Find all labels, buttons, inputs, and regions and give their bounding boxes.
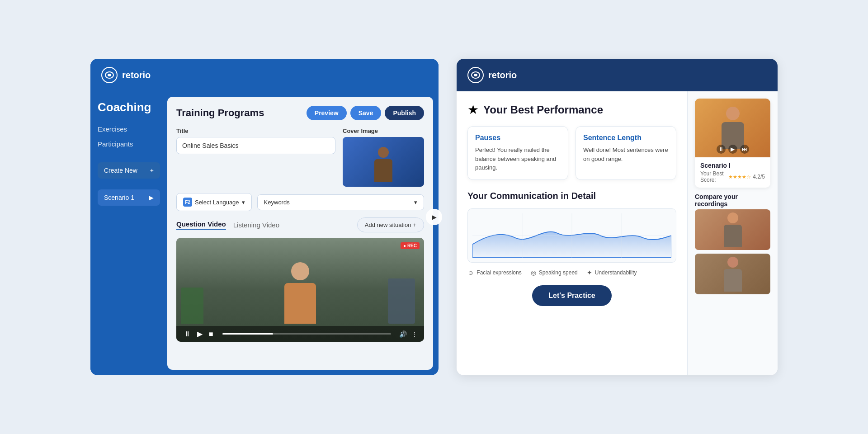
sentence-title: Sentence Length [583, 134, 669, 142]
add-situation-plus-icon: + [413, 222, 416, 228]
legend-facial-expressions: ☺ Facial expressions [467, 269, 522, 276]
video-person-figure [284, 262, 316, 324]
wave-chart-svg [472, 213, 671, 258]
keywords-button[interactable]: Keywords ▾ [257, 194, 424, 210]
right-panel: retorio ★ Your Best Performance Pauses P… [457, 59, 778, 375]
scenario-1-arrow-icon: ▶ [149, 194, 154, 201]
sentence-desc: Well done! Most sentences were on good r… [583, 146, 669, 163]
compare-recordings-section: Compare your recordings ▶ ▶ [695, 193, 770, 298]
keywords-chevron-icon: ▾ [414, 199, 417, 206]
training-header: Training Programs Preview Save Publish [176, 106, 424, 120]
cover-image-area: Cover Image [343, 127, 424, 187]
play-button[interactable]: ▶ [196, 330, 203, 338]
sidebar-coaching-title: Coaching [98, 100, 160, 114]
add-situation-button[interactable]: Add new situation + [357, 217, 424, 232]
recording-thumb-1[interactable]: ▶ [695, 209, 770, 250]
save-button[interactable]: Save [350, 106, 382, 120]
communication-chart [467, 208, 676, 263]
score-value: 4.2/5 [753, 174, 765, 180]
svg-point-3 [474, 74, 477, 76]
translate-icon: F2 [183, 198, 192, 207]
scenario-card: ⏸ ▶ ⏭ Scenario I Your Best Score: ★★★★☆ … [695, 99, 770, 188]
logo-icon [101, 67, 118, 83]
best-performance-title: Your Best Performance [483, 104, 603, 116]
video-controls-bar: ⏸ ▶ ■ 🔊 ⋮ [176, 326, 424, 342]
video-progress-fill [222, 333, 273, 335]
main-content-area: Training Programs Preview Save Publish T… [167, 97, 433, 370]
best-performance-header: ★ Your Best Performance [467, 102, 676, 117]
title-label: Title [176, 127, 335, 134]
video-progress-bar[interactable] [222, 333, 391, 335]
keywords-label: Keywords [264, 199, 290, 206]
rec-badge: ● REC [401, 242, 420, 249]
create-new-plus-icon: + [150, 167, 154, 174]
scenario-1-label: Scenario 1 [104, 194, 134, 201]
sentence-metric-card: Sentence Length Well done! Most sentence… [576, 126, 676, 180]
logo-text: retorio [122, 70, 151, 80]
practice-button[interactable]: Let's Practice [532, 285, 611, 306]
sidebar-item-exercises[interactable]: Exercises [98, 125, 160, 133]
sidebar-item-participants[interactable]: Participants [98, 140, 160, 148]
chart-legend: ☺ Facial expressions ◎ Speaking speed ✦ … [467, 269, 676, 276]
scenario-score: Your Best Score: ★★★★☆ 4.2/5 [700, 170, 765, 183]
select-language-button[interactable]: F2 Select Language ▾ [176, 193, 252, 211]
svg-point-1 [108, 74, 111, 76]
facial-expressions-label: Facial expressions [476, 269, 521, 276]
video-settings-icon[interactable]: ⋮ [411, 330, 418, 338]
right-body: ★ Your Best Performance Pauses Perfect! … [457, 91, 778, 375]
select-language-chevron-icon: ▾ [242, 199, 245, 206]
form-row: Title Cover Image [176, 127, 424, 187]
video-machine-decoration [388, 278, 415, 324]
metrics-row: Pauses Perfect! You really nailed the ba… [467, 126, 676, 180]
facial-expressions-icon: ☺ [467, 269, 474, 276]
right-logo-icon [467, 67, 484, 83]
stop-button[interactable]: ■ [208, 330, 214, 338]
performance-section: ★ Your Best Performance Pauses Perfect! … [457, 91, 687, 375]
score-stars: ★★★★☆ [728, 174, 751, 180]
right-logo-text: retorio [488, 70, 517, 80]
understandability-label: Understandability [595, 269, 637, 276]
speaking-speed-label: Speaking speed [539, 269, 578, 276]
legend-speaking-speed: ◎ Speaking speed [531, 269, 578, 276]
volume-icon[interactable]: 🔊 [399, 330, 407, 338]
speaking-speed-icon: ◎ [531, 269, 536, 276]
left-panel: retorio Coaching Exercises Participants … [90, 59, 439, 375]
cover-image-preview [343, 137, 424, 187]
pauses-title: Pauses [475, 134, 561, 142]
compare-recordings-title: Compare your recordings [695, 193, 770, 208]
scenario-name: Scenario I [700, 162, 765, 169]
star-icon: ★ [467, 102, 479, 117]
title-input[interactable] [176, 137, 335, 154]
recording-thumb-2[interactable]: ▶ [695, 254, 770, 294]
video-player[interactable]: ● REC ⏸ ▶ ■ 🔊 ⋮ [176, 238, 424, 342]
thumb-forward-icon[interactable]: ⏭ [740, 145, 749, 154]
pauses-metric-card: Pauses Perfect! You really nailed the ba… [467, 126, 568, 180]
tab-listening-video[interactable]: Listening Video [233, 221, 279, 229]
select-language-label: Select Language [195, 199, 239, 206]
add-situation-label: Add new situation [365, 222, 411, 228]
controls-row: F2 Select Language ▾ Keywords ▾ [176, 193, 424, 211]
thumb-play-icon[interactable]: ▶ [728, 145, 737, 154]
header-actions: Preview Save Publish [307, 106, 424, 120]
thumb-pause-icon[interactable]: ⏸ [717, 145, 726, 154]
title-field-area: Title [176, 127, 335, 187]
legend-understandability: ✦ Understandability [587, 269, 637, 276]
create-new-label: Create New [104, 167, 137, 174]
scenario-thumbnail: ⏸ ▶ ⏭ [695, 99, 770, 157]
preview-button[interactable]: Preview [307, 106, 347, 120]
score-label: Your Best Score: [700, 170, 726, 183]
cover-image-box[interactable] [343, 137, 424, 187]
tab-question-video[interactable]: Question Video [176, 220, 226, 230]
training-programs-title: Training Programs [176, 107, 264, 119]
video-plant-decoration [181, 288, 203, 324]
understandability-icon: ✦ [587, 269, 592, 276]
publish-button[interactable]: Publish [385, 106, 424, 120]
scenario-1-item[interactable]: Scenario 1 ▶ [98, 189, 160, 206]
sidebar: Coaching Exercises Participants Create N… [90, 91, 167, 375]
pauses-desc: Perfect! You really nailed the balance b… [475, 146, 561, 172]
create-new-button[interactable]: Create New + [98, 162, 160, 179]
pause-button[interactable]: ⏸ [183, 330, 192, 338]
cover-image-label: Cover Image [343, 127, 424, 134]
right-header: retorio [457, 59, 778, 91]
recordings-sidebar: ⏸ ▶ ⏭ Scenario I Your Best Score: ★★★★☆ … [687, 91, 778, 375]
